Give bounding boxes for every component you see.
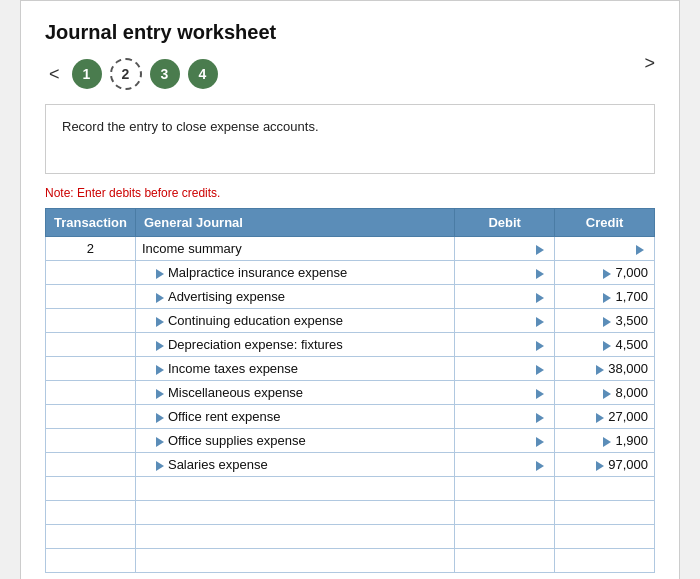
table-row-journal-9: Salaries expense	[135, 453, 454, 477]
table-row-transaction-4	[46, 333, 136, 357]
table-row-journal-13	[135, 549, 454, 573]
col-header-journal: General Journal	[135, 209, 454, 237]
col-header-debit: Debit	[455, 209, 555, 237]
table-row-journal-6: Miscellaneous expense	[135, 381, 454, 405]
table-row-journal-1: Malpractice insurance expense	[135, 261, 454, 285]
table-row-debit-6	[455, 381, 555, 405]
table-row-credit-4: 4,500	[555, 333, 655, 357]
table-row-credit-3: 3,500	[555, 309, 655, 333]
step-4-button[interactable]: 4	[188, 59, 218, 89]
table-row-debit-12	[455, 525, 555, 549]
table-row-journal-11	[135, 501, 454, 525]
journal-table: Transaction General Journal Debit Credit…	[45, 208, 655, 573]
table-row-transaction-0: 2	[46, 237, 136, 261]
table-row-journal-7: Office rent expense	[135, 405, 454, 429]
next-arrow[interactable]: >	[644, 53, 655, 74]
table-row-credit-5: 38,000	[555, 357, 655, 381]
col-header-transaction: Transaction	[46, 209, 136, 237]
step-1-button[interactable]: 1	[72, 59, 102, 89]
table-row-credit-0	[555, 237, 655, 261]
instruction-text: Record the entry to close expense accoun…	[62, 119, 319, 134]
table-row-debit-11	[455, 501, 555, 525]
table-row-transaction-9	[46, 453, 136, 477]
prev-arrow[interactable]: <	[45, 64, 64, 85]
table-row-credit-12	[555, 525, 655, 549]
table-row-credit-7: 27,000	[555, 405, 655, 429]
table-row-credit-2: 1,700	[555, 285, 655, 309]
table-row-journal-4: Depreciation expense: fixtures	[135, 333, 454, 357]
table-row-journal-8: Office supplies expense	[135, 429, 454, 453]
table-row-credit-10	[555, 477, 655, 501]
table-row-transaction-1	[46, 261, 136, 285]
worksheet-container: Journal entry worksheet < 1 2 3 4 > Reco…	[20, 0, 680, 579]
table-row-debit-4	[455, 333, 555, 357]
table-row-journal-12	[135, 525, 454, 549]
table-row-credit-11	[555, 501, 655, 525]
table-row-journal-10	[135, 477, 454, 501]
table-row-debit-7	[455, 405, 555, 429]
table-row-journal-0: Income summary	[135, 237, 454, 261]
table-row-debit-1	[455, 261, 555, 285]
table-row-transaction-6	[46, 381, 136, 405]
table-row-credit-1: 7,000	[555, 261, 655, 285]
table-row-credit-6: 8,000	[555, 381, 655, 405]
table-row-debit-9	[455, 453, 555, 477]
table-row-credit-13	[555, 549, 655, 573]
table-row-debit-3	[455, 309, 555, 333]
table-row-journal-5: Income taxes expense	[135, 357, 454, 381]
table-row-debit-5	[455, 357, 555, 381]
table-row-transaction-10	[46, 477, 136, 501]
table-row-debit-8	[455, 429, 555, 453]
table-row-transaction-2	[46, 285, 136, 309]
step-2-button[interactable]: 2	[110, 58, 142, 90]
page-title: Journal entry worksheet	[45, 21, 655, 44]
step-3-button[interactable]: 3	[150, 59, 180, 89]
table-row-transaction-8	[46, 429, 136, 453]
table-row-transaction-11	[46, 501, 136, 525]
table-row-credit-8: 1,900	[555, 429, 655, 453]
table-row-debit-2	[455, 285, 555, 309]
table-row-credit-9: 97,000	[555, 453, 655, 477]
table-row-transaction-13	[46, 549, 136, 573]
col-header-credit: Credit	[555, 209, 655, 237]
instruction-box: Record the entry to close expense accoun…	[45, 104, 655, 174]
table-row-journal-3: Continuing education expense	[135, 309, 454, 333]
table-row-transaction-3	[46, 309, 136, 333]
table-row-transaction-12	[46, 525, 136, 549]
table-row-transaction-7	[46, 405, 136, 429]
table-row-journal-2: Advertising expense	[135, 285, 454, 309]
note-text: Note: Enter debits before credits.	[45, 186, 655, 200]
nav-row: < 1 2 3 4	[45, 58, 655, 90]
table-row-debit-13	[455, 549, 555, 573]
table-row-transaction-5	[46, 357, 136, 381]
table-row-debit-0	[455, 237, 555, 261]
table-row-debit-10	[455, 477, 555, 501]
